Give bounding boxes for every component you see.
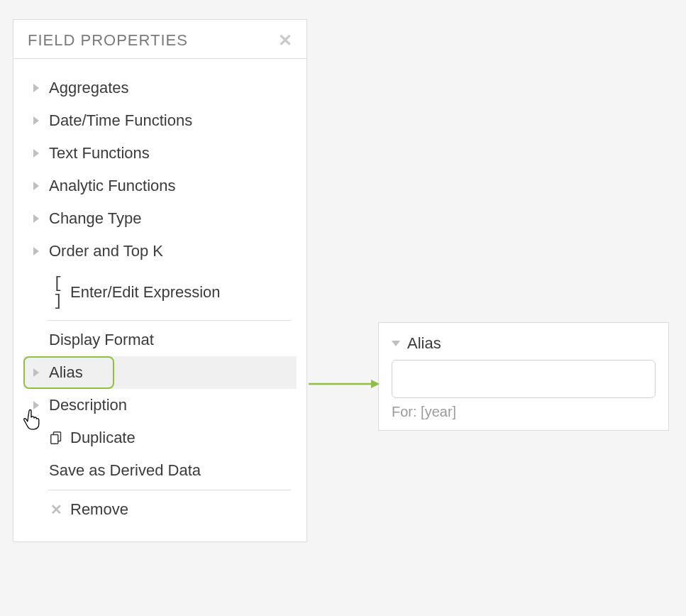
separator xyxy=(48,490,291,490)
chevron-right-icon xyxy=(33,149,39,158)
separator xyxy=(48,320,291,321)
menu-item-change-type[interactable]: Change Type xyxy=(23,202,297,235)
svg-rect-1 xyxy=(51,434,58,444)
field-properties-panel: FIELD PROPERTIES ✕ Aggregates Date/Time … xyxy=(13,19,307,542)
menu-label-expression: Enter/Edit Expression xyxy=(70,283,221,302)
chevron-right-icon xyxy=(33,182,39,190)
menu-label-saveasderived: Save as Derived Data xyxy=(49,461,201,480)
chevron-right-icon xyxy=(33,401,39,409)
panel-header: FIELD PROPERTIES ✕ xyxy=(13,20,306,59)
menu-label-remove: Remove xyxy=(70,500,128,519)
menu-item-expression[interactable]: [ ] Enter/Edit Expression xyxy=(23,268,297,317)
alias-popup-footer: For: [year] xyxy=(392,404,655,420)
menu-item-alias[interactable]: Alias xyxy=(23,356,297,389)
menu-label-changetype: Change Type xyxy=(49,209,141,228)
menu-label-text: Text Functions xyxy=(49,144,150,163)
arrow-icon xyxy=(309,377,380,391)
duplicate-icon xyxy=(49,430,65,446)
brackets-icon: [ ] xyxy=(49,275,66,310)
alias-popup-title: Alias xyxy=(407,334,441,353)
menu-item-text-functions[interactable]: Text Functions xyxy=(23,137,297,170)
chevron-right-icon xyxy=(33,84,39,92)
menu-item-analytic-functions[interactable]: Analytic Functions xyxy=(23,170,297,202)
menu-item-remove[interactable]: ✕ Remove xyxy=(23,493,297,526)
remove-icon: ✕ xyxy=(49,501,63,518)
menu-label-ordertopk: Order and Top K xyxy=(49,242,163,260)
alias-popup-header[interactable]: Alias xyxy=(392,334,655,353)
chevron-right-icon xyxy=(33,214,39,223)
menu-item-aggregates[interactable]: Aggregates xyxy=(23,72,297,104)
menu-item-datetime[interactable]: Date/Time Functions xyxy=(23,104,297,137)
chevron-down-icon xyxy=(392,341,400,346)
menu-item-save-derived[interactable]: Save as Derived Data xyxy=(23,454,297,487)
panel-body: Aggregates Date/Time Functions Text Func… xyxy=(13,59,306,541)
menu-item-duplicate[interactable]: Duplicate xyxy=(23,422,297,454)
alias-input[interactable] xyxy=(392,360,655,398)
menu-label-analytic: Analytic Functions xyxy=(49,177,176,195)
menu-label-description: Description xyxy=(49,396,127,414)
alias-popup: Alias For: [year] xyxy=(378,322,669,431)
menu-label-duplicate: Duplicate xyxy=(70,429,135,447)
menu-item-display-format[interactable]: Display Format xyxy=(23,324,297,356)
chevron-right-icon xyxy=(33,247,39,255)
panel-title: FIELD PROPERTIES xyxy=(28,31,188,50)
menu-label-datetime: Date/Time Functions xyxy=(49,111,192,130)
menu-item-description[interactable]: Description xyxy=(23,389,297,422)
menu-label-alias: Alias xyxy=(49,363,83,382)
chevron-right-icon xyxy=(33,116,39,125)
menu-item-order-top-k[interactable]: Order and Top K xyxy=(23,235,297,268)
menu-label-displayformat: Display Format xyxy=(49,331,154,349)
menu-label-aggregates: Aggregates xyxy=(49,79,129,97)
chevron-right-icon xyxy=(33,368,39,377)
close-icon[interactable]: ✕ xyxy=(278,32,292,49)
